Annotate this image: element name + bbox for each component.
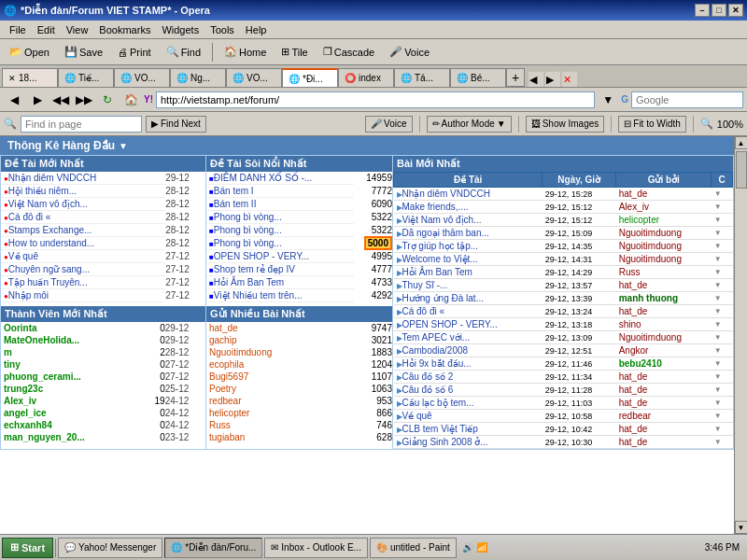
- latest-post-link[interactable]: Hỏi Âm Ban Tem: [402, 267, 472, 277]
- latest-post-link[interactable]: Cá đô đi «: [402, 306, 445, 316]
- post-link[interactable]: Về quê: [8, 251, 38, 261]
- tab-1[interactable]: 🌐 Tiế...: [58, 68, 114, 87]
- taskbar-item-yahoo[interactable]: 💬 Yahoo! Messenger: [58, 538, 162, 558]
- scroll-up-button[interactable]: ▲: [735, 136, 748, 149]
- hot-post-link[interactable]: ĐIÊM DANH XỔ SỐ -...: [214, 173, 312, 183]
- latest-post-link[interactable]: Hỏi 9x bắt đầu...: [402, 358, 472, 369]
- fit-width-button[interactable]: ⊟ Fit to Width: [618, 116, 686, 133]
- menu-file[interactable]: File: [4, 22, 32, 37]
- hot-post-link[interactable]: Hỏi Âm Ban Tem: [214, 277, 284, 287]
- latest-post-link[interactable]: Câu đồ số 2: [402, 371, 454, 382]
- menu-view[interactable]: View: [61, 22, 94, 37]
- latest-post-link[interactable]: Dã ngoại thăm ban...: [402, 228, 489, 238]
- scroll-down-button[interactable]: ▼: [735, 521, 748, 534]
- sender-link[interactable]: gachip: [209, 335, 236, 345]
- home-button[interactable]: 🏠 Home: [218, 42, 272, 63]
- latest-post-link[interactable]: Make friends,....: [402, 202, 469, 212]
- new-tab-button[interactable]: +: [506, 68, 525, 87]
- latest-post-link[interactable]: Welcome to Việt...: [402, 254, 478, 264]
- member-link[interactable]: tiny: [4, 359, 21, 370]
- menu-help[interactable]: Help: [240, 22, 273, 37]
- menu-widgets[interactable]: Widgets: [156, 22, 204, 37]
- tab-8[interactable]: 🌐 Bé...: [450, 68, 506, 87]
- latest-post-link[interactable]: Nhận diêm VNDCCH: [402, 189, 490, 199]
- taskbar-item-paint[interactable]: 🎨 untitled - Paint: [370, 538, 457, 558]
- hot-post-link[interactable]: Phong bì vòng...: [214, 225, 282, 235]
- member-link[interactable]: Oorinta: [4, 323, 37, 333]
- member-link[interactable]: man_nguyen_20...: [4, 432, 85, 442]
- post-link[interactable]: Chuyên ngữ sang...: [8, 264, 90, 274]
- latest-post-link[interactable]: CLB tem Việt Tiếp: [402, 424, 478, 434]
- sender-link[interactable]: Russ: [209, 420, 231, 430]
- member-link[interactable]: trung23c: [4, 384, 43, 394]
- voice-toolbar-button[interactable]: 🎤 Voice: [384, 42, 435, 63]
- scroll-thumb[interactable]: [736, 151, 747, 189]
- post-link[interactable]: Tập huấn Truyên...: [8, 277, 88, 287]
- taskbar-item-outlook[interactable]: ✉ Inbox - Outlook E...: [264, 538, 368, 558]
- latest-post-link[interactable]: Thuy Sĩ -...: [402, 280, 448, 290]
- scrollbar[interactable]: ▲ ▼: [734, 136, 747, 534]
- print-button[interactable]: 🖨 Print: [112, 42, 157, 63]
- post-link[interactable]: Nhập môi: [8, 290, 49, 301]
- show-images-button[interactable]: 🖼 Show Images: [526, 116, 605, 133]
- forward-button[interactable]: ▶: [27, 91, 48, 109]
- taskbar-item-opera[interactable]: 🌐 *Diễn đàn/Foru...: [164, 538, 262, 558]
- tab-4[interactable]: 🌐 VO...: [226, 68, 282, 87]
- hot-post-link[interactable]: Việt Nhiều tem trên...: [214, 290, 303, 301]
- find-input[interactable]: [21, 116, 142, 133]
- latest-post-link[interactable]: Cambodia/2008: [402, 345, 469, 356]
- sender-link[interactable]: Poetry: [209, 384, 236, 394]
- rewind-button[interactable]: ◀◀: [50, 91, 71, 109]
- author-mode-button[interactable]: ✏ Author Mode ▼: [427, 116, 512, 133]
- hot-post-link[interactable]: Bán tem II: [214, 199, 257, 209]
- home-nav-button[interactable]: 🏠: [120, 91, 141, 109]
- latest-post-link[interactable]: Hướng ứng Đà lat...: [402, 293, 484, 303]
- sender-link[interactable]: hat_de: [209, 323, 238, 333]
- voice-find-button[interactable]: 🎤 Voice: [365, 116, 412, 133]
- tab-3[interactable]: 🌐 Ng...: [170, 68, 226, 87]
- member-link[interactable]: phuong_cerami...: [4, 371, 81, 382]
- member-link[interactable]: echxanh84: [4, 420, 52, 430]
- hot-post-link[interactable]: OPEN SHOP - VERY...: [214, 251, 309, 261]
- sender-link[interactable]: tugiaban: [209, 432, 245, 442]
- post-link[interactable]: Hội thiều niêm...: [8, 186, 77, 196]
- post-link[interactable]: How to understand...: [8, 238, 94, 248]
- minimize-button[interactable]: –: [695, 4, 710, 17]
- post-link[interactable]: Cá đô đi «: [8, 212, 51, 222]
- close-all-tabs[interactable]: ✕: [562, 72, 577, 87]
- tab-2[interactable]: 🌐 VO...: [114, 68, 170, 87]
- back-button[interactable]: ◀: [4, 91, 24, 109]
- hot-post-link[interactable]: Phong bì vòng...: [214, 238, 282, 248]
- latest-post-link[interactable]: Trợ giúp học tập...: [402, 241, 479, 251]
- search-input[interactable]: [631, 91, 743, 108]
- sender-link[interactable]: helicopter: [209, 408, 249, 418]
- sender-link[interactable]: ecophila: [209, 359, 244, 370]
- post-link[interactable]: Việt Nam vô địch...: [8, 199, 88, 209]
- menu-tools[interactable]: Tools: [204, 22, 240, 37]
- hot-post-link[interactable]: Shop tem rẻ đẹp IV: [214, 264, 295, 274]
- latest-post-link[interactable]: Cầu lạc bộ tem...: [402, 398, 474, 408]
- fast-forward-button[interactable]: ▶▶: [74, 91, 94, 109]
- post-link[interactable]: Stamps Exchange...: [8, 225, 92, 235]
- save-button[interactable]: 💾 Save: [59, 42, 108, 63]
- tab-0[interactable]: ✕ 18...: [2, 68, 58, 87]
- latest-post-link[interactable]: Giảng Sinh 2008 ở...: [402, 437, 488, 447]
- latest-post-link[interactable]: Việt Nam vô địch...: [402, 215, 482, 225]
- close-button[interactable]: ✕: [728, 4, 743, 17]
- tab-7[interactable]: 🌐 Tá...: [394, 68, 450, 87]
- cascade-button[interactable]: ❐ Cascade: [317, 42, 380, 63]
- latest-post-link[interactable]: OPEN SHOP - VERY...: [402, 319, 498, 329]
- start-button[interactable]: ⊞ Start: [2, 538, 53, 558]
- tab-nav-right[interactable]: ▶: [545, 72, 560, 87]
- tab-6[interactable]: ⭕ index: [338, 68, 394, 87]
- address-go-button[interactable]: ▼: [598, 91, 618, 109]
- sender-link[interactable]: redbear: [209, 396, 241, 406]
- menu-bookmarks[interactable]: Bookmarks: [93, 22, 156, 37]
- reload-button[interactable]: ↻: [97, 91, 118, 109]
- open-button[interactable]: 📂 Open: [4, 42, 55, 63]
- member-link[interactable]: Alex_iv: [4, 396, 36, 406]
- hot-post-link[interactable]: Phong bì vòng...: [214, 212, 282, 222]
- address-input[interactable]: [156, 91, 595, 108]
- member-link[interactable]: angel_ice: [4, 408, 47, 418]
- menu-edit[interactable]: Edit: [32, 22, 61, 37]
